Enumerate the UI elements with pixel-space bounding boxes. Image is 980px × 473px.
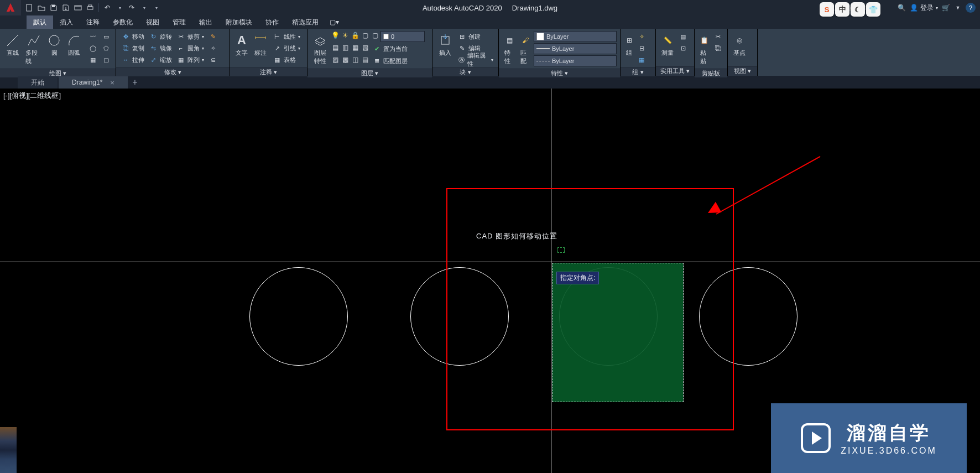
saveas-icon[interactable]: [61, 3, 71, 13]
util-1-icon[interactable]: ▤: [677, 31, 689, 42]
move-button[interactable]: ✥移动: [119, 31, 146, 42]
tab-featured[interactable]: 精选应用: [285, 15, 325, 29]
props-panel-button[interactable]: ▤特性: [502, 31, 517, 66]
new-tab-button[interactable]: +: [129, 76, 141, 89]
qat-customize[interactable]: [151, 3, 161, 13]
panel-clipboard-title[interactable]: 剪贴板: [695, 69, 727, 77]
linetype-combo[interactable]: ByLayer: [534, 55, 617, 66]
group-button[interactable]: ⊞组: [624, 31, 634, 58]
layer-b2-icon[interactable]: ▥: [341, 43, 350, 52]
layer-5-icon[interactable]: ▢: [371, 31, 379, 40]
copy-clip-icon[interactable]: ⿻: [712, 43, 724, 54]
arc-button[interactable]: 圆弧: [65, 31, 84, 58]
rotate-button[interactable]: ↻旋转: [147, 31, 174, 42]
group-edit-icon[interactable]: ⊟: [635, 43, 648, 54]
trim-button[interactable]: ✂修剪▾: [175, 31, 206, 42]
insert-button[interactable]: 插入: [436, 31, 455, 58]
tab-addins[interactable]: 附加模块: [219, 15, 259, 29]
tab-default[interactable]: 默认: [27, 15, 53, 29]
plot-icon[interactable]: [85, 3, 95, 13]
stretch-button[interactable]: ↔拉伸: [119, 54, 146, 65]
sun-icon[interactable]: ☀: [341, 31, 350, 40]
viewport-label[interactable]: [-][俯视][二维线框]: [3, 91, 61, 101]
tab-collab[interactable]: 协作: [259, 15, 285, 29]
ime-cn-button[interactable]: 中: [835, 2, 849, 17]
open-icon[interactable]: [37, 3, 46, 13]
help-icon[interactable]: ?: [966, 3, 976, 13]
explode-icon[interactable]: ✧: [207, 43, 219, 54]
layer-c2-icon[interactable]: ▩: [341, 55, 350, 64]
polyline-button[interactable]: 多段线: [23, 31, 44, 66]
new-icon[interactable]: [24, 3, 34, 13]
save-icon[interactable]: [49, 3, 59, 13]
rect-icon[interactable]: ▭: [100, 31, 112, 42]
tab-expand[interactable]: ▢▾: [325, 15, 343, 29]
layer-c3-icon[interactable]: ◫: [351, 55, 359, 64]
paste-button[interactable]: 📋粘贴: [698, 31, 711, 66]
panel-util-title[interactable]: 实用工具 ▾: [656, 66, 694, 76]
layer-match-button[interactable]: ≣匹配图层: [371, 55, 409, 66]
base-button[interactable]: ◎基点: [731, 31, 748, 58]
tab-start[interactable]: 开始: [18, 76, 58, 89]
tab-output[interactable]: 输出: [192, 15, 219, 29]
layer-c1-icon[interactable]: ▨: [331, 55, 340, 64]
ime-shirt-button[interactable]: 👕: [866, 2, 880, 17]
close-icon[interactable]: ×: [110, 79, 114, 87]
layer-b3-icon[interactable]: ▦: [351, 43, 359, 52]
tab-parametric[interactable]: 参数化: [106, 15, 139, 29]
login-button[interactable]: 👤 登录 ▾: [909, 3, 938, 13]
leader-button[interactable]: ↗引线▾: [271, 43, 302, 54]
app-logo[interactable]: [0, 0, 21, 15]
ime-s-button[interactable]: S: [820, 2, 834, 17]
infocenter-icon[interactable]: 🔍: [897, 3, 906, 12]
ellipse-icon[interactable]: ◯: [87, 43, 99, 54]
lock-icon[interactable]: 🔒: [351, 31, 359, 40]
panel-view-title[interactable]: 视图 ▾: [728, 66, 757, 76]
edit-attr-button[interactable]: ⓐ编辑属性▾: [456, 54, 495, 65]
tab-manage[interactable]: 管理: [166, 15, 192, 29]
ungroup-icon[interactable]: ✧: [635, 31, 648, 42]
redo-dropdown[interactable]: [139, 3, 149, 13]
cut-icon[interactable]: ✂: [712, 31, 724, 42]
lineweight-combo[interactable]: ByLayer: [534, 43, 617, 54]
create-block-button[interactable]: ⊞创建: [456, 31, 495, 42]
bulb-icon[interactable]: 💡: [331, 31, 340, 40]
layer-b4-icon[interactable]: ▧: [361, 43, 369, 52]
fillet-button[interactable]: ⌐圆角▾: [175, 43, 206, 54]
circle-button[interactable]: 圆: [45, 31, 64, 58]
line-button[interactable]: 直线: [3, 31, 22, 58]
group-select-icon[interactable]: ▦: [635, 54, 648, 65]
linear-button[interactable]: ⊢线性▾: [271, 31, 302, 42]
panel-annotate-title[interactable]: 注释 ▾: [230, 67, 307, 76]
layer-b1-icon[interactable]: ▤: [331, 43, 340, 52]
tab-view[interactable]: 视图: [139, 15, 166, 29]
scale-button[interactable]: ⤢缩放: [147, 54, 174, 65]
tab-insert[interactable]: 插入: [53, 15, 80, 29]
table-button[interactable]: ▦表格: [271, 54, 302, 65]
layer-c4-icon[interactable]: ▤: [361, 55, 369, 64]
util-2-icon[interactable]: ⊡: [677, 43, 689, 54]
region-icon[interactable]: ▢: [100, 54, 112, 65]
erase-icon[interactable]: ✎: [207, 31, 219, 42]
drawing-canvas[interactable]: [-][俯视][二维线框] 指定对角点: CAD 图形如何移动位置 溜溜自学 Z…: [0, 89, 980, 473]
color-combo[interactable]: ByLayer: [534, 31, 617, 42]
layer-combo[interactable]: 0: [380, 31, 425, 42]
array-button[interactable]: ▦阵列▾: [175, 54, 206, 65]
measure-button[interactable]: 📏测量: [659, 31, 676, 58]
ime-moon-button[interactable]: ☾: [851, 2, 865, 17]
tab-drawing1[interactable]: Drawing1*×: [59, 76, 128, 89]
undo-dropdown[interactable]: [114, 3, 124, 13]
hatch-icon[interactable]: ▦: [87, 54, 99, 65]
set-current-button[interactable]: ✔置为当前: [371, 43, 409, 54]
minimize-icon[interactable]: ▼: [953, 3, 962, 12]
mirror-button[interactable]: ⇋镜像: [147, 43, 174, 54]
undo-icon[interactable]: ↶: [102, 3, 112, 13]
layer-4-icon[interactable]: ▢: [361, 31, 369, 40]
copy-button[interactable]: ⿻复制: [119, 43, 146, 54]
match-props-button[interactable]: 🖌匹配: [518, 31, 533, 66]
cart-icon[interactable]: 🛒: [941, 3, 950, 12]
offset-icon[interactable]: ⊆: [207, 54, 219, 65]
panel-modify-title[interactable]: 修改 ▾: [116, 67, 230, 76]
dim-button[interactable]: 标注: [251, 31, 270, 58]
polygon-icon[interactable]: ⬠: [100, 43, 112, 54]
